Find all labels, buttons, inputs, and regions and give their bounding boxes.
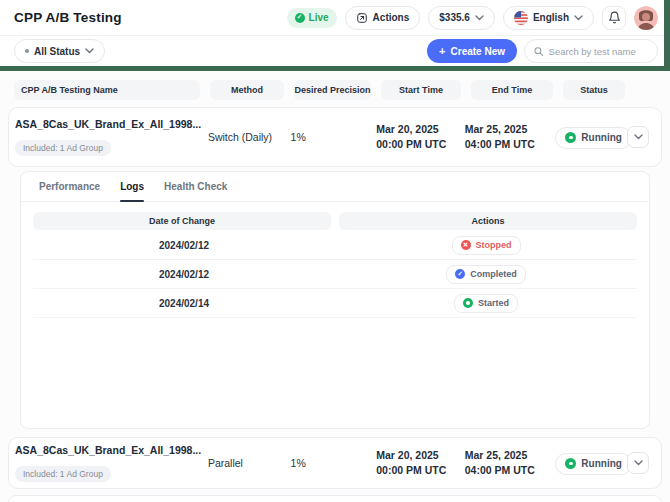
us-flag-icon (514, 11, 528, 25)
log-action-cell: ✕ Stopped (335, 236, 637, 255)
completed-badge: ✓ Completed (446, 265, 526, 284)
column-header-precision: Desired Precision (294, 80, 371, 100)
running-dot-icon (565, 132, 576, 143)
status-filter-dropdown[interactable]: All Status (14, 39, 105, 63)
status-filter-label: All Status (34, 46, 80, 57)
end-clock: 04:00 PM UTC (465, 137, 556, 152)
end-date: Mar 25, 2025 (465, 448, 556, 463)
included-badge: Included: 1 Ad Group (15, 466, 111, 482)
actions-label: Actions (373, 12, 410, 23)
search-input[interactable] (549, 46, 648, 57)
create-new-label: Create New (451, 46, 505, 57)
end-date: Mar 25, 2025 (465, 122, 556, 137)
end-time-cell: Mar 25, 2025 04:00 PM UTC (465, 122, 556, 152)
test-name: ASA_8Cas_UK_Brand_Ex_All_1998... (15, 444, 208, 456)
column-header-start: Start Time (381, 80, 461, 100)
started-badge: Started (454, 294, 518, 313)
top-bar-actions: ✓ Live Actions $335.6 English (287, 6, 658, 30)
test-name-cell: ASA_8Cas_UK_Brand_Ex_All_1998... Include… (15, 444, 208, 482)
column-header-status: Status (563, 80, 625, 100)
detail-tabs: Performance Logs Health Check (21, 172, 649, 202)
test-name-cell: ASA_8Cas_UK_Brand_Ex_All_1998... Include… (15, 118, 208, 156)
create-new-button[interactable]: + Create New (427, 39, 517, 63)
filter-bar-right: + Create New (427, 39, 658, 63)
table-row-partial (8, 495, 662, 502)
actions-button[interactable]: Actions (345, 6, 421, 30)
chevron-down-icon (574, 15, 583, 21)
table-row: ASA_8Cas_UK_Brand_Ex_All_1998... Include… (8, 437, 662, 489)
action-label: Completed (470, 269, 517, 279)
completed-icon: ✓ (455, 269, 465, 279)
logs-table-header: Date of Change Actions (33, 212, 637, 230)
start-date: Mar 20, 2025 (376, 448, 465, 463)
table-row: ASA_8Cas_UK_Brand_Ex_All_1998... Include… (8, 107, 662, 167)
status-label: Running (581, 458, 622, 469)
chevron-down-icon (475, 15, 484, 21)
plus-icon: + (439, 46, 445, 57)
end-time-cell: Mar 25, 2025 04:00 PM UTC (465, 448, 556, 478)
page-title: CPP A/B Testing (14, 10, 122, 25)
avatar[interactable] (634, 6, 658, 30)
log-row: 2024/02/12 ✓ Completed (33, 260, 637, 289)
chevron-down-icon (85, 48, 94, 54)
included-badge: Included: 1 Ad Group (15, 140, 111, 156)
running-status-badge: Running (555, 453, 632, 475)
end-clock: 04:00 PM UTC (465, 463, 556, 478)
status-dot-icon (25, 49, 29, 53)
log-column-date: Date of Change (33, 212, 331, 230)
tab-performance[interactable]: Performance (39, 172, 100, 201)
chevron-down-icon (634, 134, 643, 140)
column-header-method: Method (210, 80, 284, 100)
page-edge-accent (664, 0, 670, 71)
log-row: 2024/02/14 Started (33, 289, 637, 318)
action-label: Started (478, 298, 509, 308)
log-action-cell: ✓ Completed (335, 265, 637, 284)
top-bar: CPP A/B Testing ✓ Live Actions $335.6 En… (0, 0, 670, 36)
tab-logs[interactable]: Logs (120, 172, 144, 201)
log-column-actions: Actions (339, 212, 637, 230)
tab-health-check[interactable]: Health Check (164, 172, 227, 201)
precision-cell: 1% (291, 457, 377, 469)
search-box[interactable] (524, 39, 658, 63)
filter-bar: All Status + Create New (0, 36, 670, 66)
log-row: 2024/02/12 ✕ Stopped (33, 231, 637, 260)
collapse-row-button[interactable] (627, 126, 649, 148)
test-name: ASA_8Cas_UK_Brand_Ex_All_1998... (15, 118, 208, 130)
notifications-button[interactable] (602, 6, 626, 30)
status-cell: Running (555, 125, 627, 148)
table-header: CPP A/B Testing Name Method Desired Prec… (0, 80, 670, 100)
bell-icon (608, 11, 621, 24)
log-action-cell: Started (335, 294, 637, 313)
start-clock: 00:00 PM UTC (376, 463, 465, 478)
log-date: 2024/02/14 (33, 298, 335, 309)
language-dropdown[interactable]: English (503, 6, 594, 30)
method-cell: Parallel (208, 457, 291, 469)
app-root: CPP A/B Testing ✓ Live Actions $335.6 En… (0, 0, 670, 502)
actions-icon (356, 12, 368, 24)
search-icon (534, 46, 544, 57)
status-label: Running (581, 132, 622, 143)
chevron-down-icon (634, 460, 643, 466)
precision-cell: 1% (291, 131, 377, 143)
status-cell: Running (555, 451, 627, 474)
check-circle-icon: ✓ (295, 13, 305, 23)
balance-value: $335.6 (439, 12, 470, 23)
logs-table: Date of Change Actions 2024/02/12 ✕ Stop… (21, 202, 649, 318)
started-icon (463, 298, 473, 308)
main-content: CPP A/B Testing Name Method Desired Prec… (0, 71, 670, 502)
balance-dropdown[interactable]: $335.6 (428, 6, 495, 30)
language-label: English (533, 12, 569, 23)
log-date: 2024/02/12 (33, 240, 335, 251)
running-status-badge: Running (555, 127, 632, 149)
action-label: Stopped (476, 240, 512, 250)
start-time-cell: Mar 20, 2025 00:00 PM UTC (376, 448, 465, 478)
running-dot-icon (565, 458, 576, 469)
row-detail-panel: Performance Logs Health Check Date of Ch… (20, 171, 650, 429)
start-time-cell: Mar 20, 2025 00:00 PM UTC (376, 122, 465, 152)
status-badge: ✓ Live (287, 8, 337, 28)
column-header-name: CPP A/B Testing Name (14, 80, 200, 100)
expand-row-button[interactable] (627, 452, 649, 474)
stopped-badge: ✕ Stopped (452, 236, 521, 255)
log-date: 2024/02/12 (33, 269, 335, 280)
column-header-end: End Time (471, 80, 553, 100)
